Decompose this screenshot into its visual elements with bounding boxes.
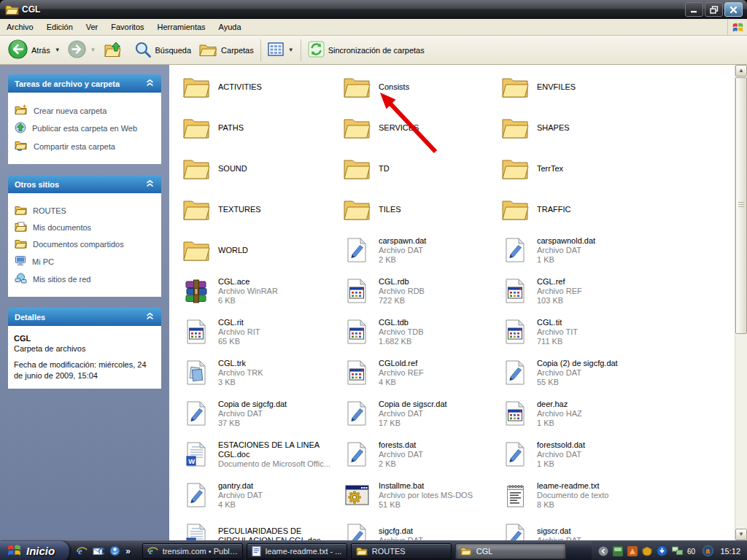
- title-bar[interactable]: CGL: [0, 0, 747, 19]
- file-tile-leame-readme-txt[interactable]: leame-readme.txtDocumento de texto8 KB: [501, 476, 653, 514]
- messenger-icon[interactable]: [109, 545, 120, 556]
- folder-tile-paths[interactable]: PATHS: [182, 109, 334, 147]
- file-type: Archivo por lotes MS-DOS: [379, 491, 473, 500]
- file-tile-copia-de-sigscr-dat[interactable]: Copia de sigscr.datArchivo DAT17 KB: [343, 394, 495, 432]
- file-tile-cglold-ref[interactable]: CGLold.refArchivo REF4 KB: [343, 354, 495, 392]
- sidebar-item-crear-nueva-carpeta[interactable]: Crear nueva carpeta: [15, 104, 155, 117]
- file-tile-forestsold-dat[interactable]: forestsold.datArchivo DAT1 KB: [501, 435, 653, 473]
- file-tile-carspawn-dat[interactable]: carspawn.datArchivo DAT2 KB: [343, 231, 495, 269]
- file-type: Archivo REF: [379, 368, 424, 378]
- folder-tile-shapes[interactable]: SHAPES: [501, 109, 653, 147]
- chevron-up-icon[interactable]: [145, 312, 155, 322]
- sidebar-item-mi-pc[interactable]: Mi PC: [15, 255, 155, 268]
- folder-tile-td[interactable]: TD: [343, 149, 495, 187]
- menu-item-edici-n[interactable]: Edición: [40, 20, 80, 34]
- ie-icon[interactable]: e: [77, 545, 88, 556]
- taskbar-button-cgl[interactable]: CGL: [455, 543, 566, 559]
- folder-tile-services[interactable]: SERVICES: [343, 109, 495, 147]
- network-status-icon[interactable]: [672, 546, 683, 556]
- scroll-up-button[interactable]: ▲: [735, 65, 747, 77]
- chevron-up-icon[interactable]: [145, 179, 155, 189]
- folder-tile-envfiles[interactable]: ENVFILES: [501, 68, 653, 106]
- file-tile-installme-bat[interactable]: Installme.batArchivo por lotes MS-DOS51 …: [343, 476, 495, 514]
- file-tile-cgl-tit[interactable]: CGL.titArchivo TIT711 KB: [501, 313, 653, 351]
- folder-tile-terrtex[interactable]: TerrTex: [501, 149, 653, 187]
- file-tile-cgl-ace[interactable]: CGL.aceArchivo WinRAR6 KB: [182, 272, 334, 310]
- menu-item-herramientas[interactable]: Herramientas: [151, 20, 212, 34]
- sidebar-item-publicar-esta-carpeta-en-web[interactable]: Publicar esta carpeta en Web: [15, 122, 155, 135]
- back-dropdown-caret[interactable]: ▼: [55, 47, 61, 53]
- dat-file-icon: [501, 360, 529, 385]
- file-tile-sigcfg-dat[interactable]: sigcfg.datArchivo DAT: [343, 517, 495, 540]
- sys-file-icon: [343, 319, 371, 344]
- folder-tile-traffic[interactable]: TRAFFIC: [501, 190, 653, 228]
- file-tile-estaciones-de-la-linea-cgl-doc[interactable]: WESTACIONES DE LA LINEA CGL.docDocumento…: [182, 435, 334, 473]
- file-tile-cgl-ref[interactable]: CGL.refArchivo REF103 KB: [501, 272, 653, 310]
- file-tile-cgl-rit[interactable]: CGL.ritArchivo RIT65 KB: [182, 313, 334, 351]
- collapse-chevron-icon[interactable]: [598, 546, 608, 556]
- file-tile-copia-de-sigcfg-dat[interactable]: Copia de sigcfg.datArchivo DAT37 KB: [182, 394, 334, 432]
- windows-update-icon[interactable]: [657, 545, 667, 556]
- folder-sync-button[interactable]: Sincronización de carpetas: [304, 39, 428, 61]
- menu-item-ayuda[interactable]: Ayuda: [212, 20, 248, 34]
- views-button[interactable]: ▼: [264, 40, 298, 60]
- file-tile-deer-haz[interactable]: deer.hazArchivo HAZ1 KB: [501, 394, 653, 432]
- forward-button[interactable]: ▼: [64, 38, 100, 62]
- minimize-button[interactable]: [685, 2, 703, 17]
- up-button[interactable]: [100, 39, 126, 62]
- orange-app-icon[interactable]: [627, 546, 638, 556]
- panel-header-detalles[interactable]: Detalles: [8, 308, 161, 326]
- file-tile-carspawnold-dat[interactable]: carspawnold.datArchivo DAT1 KB: [501, 231, 653, 269]
- mail-icon[interactable]: [93, 546, 104, 556]
- file-tile-cgl-rdb[interactable]: CGL.rdbArchivo RDB722 KB: [343, 272, 495, 310]
- file-tile-gantry-dat[interactable]: gantry.datArchivo DAT4 KB: [182, 476, 334, 514]
- green-app-icon[interactable]: [613, 546, 623, 556]
- indicator-60-icon[interactable]: 60: [687, 547, 698, 556]
- folder-tile-sound[interactable]: SOUND: [182, 149, 334, 187]
- taskbar-button-routes[interactable]: ROUTES: [351, 543, 452, 559]
- vertical-scrollbar[interactable]: ▲ ▼: [735, 65, 747, 540]
- sidebar-item-compartir-esta-carpeta[interactable]: Compartir esta carpeta: [15, 140, 155, 152]
- yellow-app-icon[interactable]: [642, 546, 652, 556]
- back-button[interactable]: Atrás ▼: [4, 37, 64, 63]
- chevron-up-icon[interactable]: [145, 79, 155, 88]
- sidebar-item-mis-sitios-de-red[interactable]: Mis sitios de red: [15, 273, 155, 285]
- file-tile-forests-dat[interactable]: forests.datArchivo DAT2 KB: [343, 435, 495, 473]
- overflow-chevron-icon[interactable]: »: [125, 546, 131, 556]
- sidebar-item-documentos-compartidos[interactable]: Documentos compartidos: [15, 238, 155, 250]
- panel-header-otros-sitios[interactable]: Otros sitios: [8, 175, 161, 193]
- sidebar-item-routes[interactable]: ROUTES: [15, 205, 155, 217]
- scrollbar-thumb[interactable]: [735, 77, 747, 334]
- views-dropdown-caret[interactable]: ▼: [288, 47, 294, 53]
- search-button[interactable]: Búsqueda: [131, 39, 196, 62]
- file-list-area[interactable]: ACTIVITIESConsistsENVFILESPATHSSERVICESS…: [169, 65, 747, 540]
- file-tile-peculiaridades-de-circulacion-en-cgl-doc[interactable]: WPECULIARIDADES DE CIRCULACION EN CGL.do…: [182, 517, 334, 540]
- file-tile-cgl-trk[interactable]: CGL.trkArchivo TRK3 KB: [182, 354, 334, 392]
- desktop-screen: CGL ArchivoEdiciónVerFavoritosHerramient…: [0, 0, 747, 560]
- folder-tile-textures[interactable]: TEXTURES: [182, 190, 334, 228]
- svg-text:W: W: [188, 539, 195, 540]
- file-tile-copia-2-de-sigcfg-dat[interactable]: Copia (2) de sigcfg.datArchivo DAT55 KB: [501, 354, 653, 392]
- file-type: Archivo WinRAR: [218, 287, 278, 296]
- close-button[interactable]: [724, 2, 743, 17]
- restore-button[interactable]: [705, 2, 723, 17]
- folder-tile-activities[interactable]: ACTIVITIES: [182, 68, 334, 106]
- taskbar-button-leame-readme-txt[interactable]: leame-readme.txt - ...: [247, 543, 347, 559]
- sidebar-item-mis-documentos[interactable]: Mis documentos: [15, 222, 155, 233]
- file-tile-sigscr-dat[interactable]: sigscr.datArchivo DAT: [501, 517, 653, 540]
- menu-item-archivo[interactable]: Archivo: [0, 20, 40, 34]
- menu-item-ver[interactable]: Ver: [80, 20, 105, 34]
- folder-tile-world[interactable]: WORLD: [182, 231, 334, 269]
- bat-file-icon: [343, 484, 371, 506]
- file-tile-cgl-tdb[interactable]: CGL.tdbArchivo TDB1.682 KB: [343, 313, 495, 351]
- folder-tile-consists[interactable]: Consists: [343, 68, 495, 106]
- folders-button[interactable]: Carpetas: [195, 39, 258, 61]
- panel-header-tareas-de-archivo-y-carpeta[interactable]: Tareas de archivo y carpeta: [8, 74, 161, 93]
- start-button[interactable]: Inicio: [0, 541, 69, 560]
- menu-item-favoritos[interactable]: Favoritos: [104, 20, 150, 34]
- antivirus-icon[interactable]: a: [703, 545, 713, 556]
- scroll-down-button[interactable]: ▼: [735, 529, 747, 540]
- folder-tile-tiles[interactable]: TILES: [343, 190, 495, 228]
- toolbar: Atrás ▼ ▼ Búsqueda Carpetas ▼: [0, 36, 747, 65]
- taskbar-button-trensim-com-public[interactable]: etrensim.com • Public...: [142, 543, 243, 559]
